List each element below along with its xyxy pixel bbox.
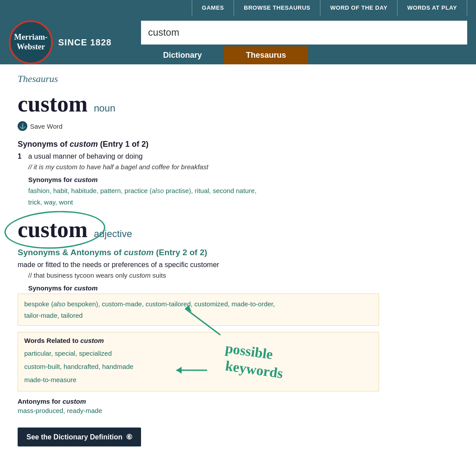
syn-tailored[interactable]: tailored xyxy=(61,312,82,319)
word-title-noun: custom xyxy=(18,91,88,117)
syn-tailor-made[interactable]: tailor-made xyxy=(24,312,57,319)
syn-habitude[interactable]: habitude xyxy=(71,187,97,194)
tab-thesaurus[interactable]: Thesaurus xyxy=(224,46,308,64)
syn-ritual[interactable]: ritual xyxy=(195,187,209,194)
syn-bespoken[interactable]: bespoken xyxy=(67,300,96,308)
bookmark-icon: ⚓ xyxy=(18,121,27,131)
related-label: Words Related to custom xyxy=(24,337,372,344)
syn-way[interactable]: way xyxy=(44,198,56,206)
entry2-synonyms-antonyms-heading: Synonyms & Antonyms of custom (Entry 2 o… xyxy=(18,248,379,257)
word-heading-adjective: custom adjective xyxy=(18,216,379,243)
related-words-box: Words Related to custom particular, spec… xyxy=(18,332,379,391)
ant-mass-produced[interactable]: mass-produced xyxy=(18,407,63,414)
ant-ready-made[interactable]: ready-made xyxy=(67,407,102,414)
def-text: a usual manner of behaving or doing xyxy=(28,152,143,160)
save-word-label: Save Word xyxy=(30,123,63,130)
syn-habit[interactable]: habit xyxy=(53,187,68,194)
logo-line2: Webster xyxy=(17,42,45,52)
entry1-example: // it is my custom to have half a bagel … xyxy=(28,163,379,171)
syn-second-nature[interactable]: second nature xyxy=(213,187,255,194)
logo: Merriam- Webster xyxy=(9,20,53,64)
top-navigation: GAMES BROWSE THESAURUS WORD OF THE DAY W… xyxy=(0,0,476,16)
oval-wrapper: custom xyxy=(18,216,88,242)
syn-bespoke[interactable]: bespoke xyxy=(24,300,49,308)
rel-particular[interactable]: particular xyxy=(24,350,51,357)
circle-arrow-icon: ⑥ xyxy=(126,433,132,441)
def-number: 1 xyxy=(18,152,24,160)
word-pos-noun: noun xyxy=(94,103,115,114)
rel-specialized[interactable]: specialized xyxy=(79,350,112,357)
syn-customized[interactable]: customized xyxy=(194,300,228,308)
header: Merriam- Webster SINCE 1828 Dictionary T… xyxy=(0,16,476,64)
rel-special[interactable]: special xyxy=(55,350,75,357)
syn-wont[interactable]: wont xyxy=(59,198,73,206)
syn-practice[interactable]: practice xyxy=(125,187,148,194)
since-text: SINCE 1828 xyxy=(58,37,112,48)
nav-words-at-play[interactable]: WORDS AT PLAY xyxy=(398,0,467,16)
see-dictionary-button[interactable]: See the Dictionary Definition ⑥ xyxy=(18,428,141,446)
nav-word-of-day[interactable]: WORD OF THE DAY xyxy=(320,0,398,16)
syn-custom-made[interactable]: custom-made xyxy=(102,300,142,308)
nav-links: GAMES BROWSE THESAURUS WORD OF THE DAY W… xyxy=(192,0,467,16)
entry1-synonyms-label: Synonyms for custom xyxy=(28,176,379,183)
related-group3: made-to-measure xyxy=(24,373,372,387)
nav-games[interactable]: GAMES xyxy=(192,0,234,16)
rel-made-to-measure[interactable]: made-to-measure xyxy=(24,376,76,383)
logo-area: Merriam- Webster SINCE 1828 xyxy=(9,20,132,64)
search-input[interactable] xyxy=(141,21,467,45)
syn-custom-tailored[interactable]: custom-tailored xyxy=(145,300,191,308)
syn-made-to-order[interactable]: made-to-order xyxy=(231,300,273,308)
word-title-adjective: custom xyxy=(18,217,88,242)
logo-line1: Merriam- xyxy=(14,33,48,42)
main-content: Thesaurus custom noun ⚓ Save Word Synony… xyxy=(0,64,397,460)
rel-custom-built[interactable]: custom-built xyxy=(24,363,60,370)
entry2-synonyms-label: Synonyms for custom xyxy=(28,284,379,292)
word-heading-noun: custom noun xyxy=(18,91,379,117)
entry2-synonyms-highlighted: bespoke (also bespoken), custom-made, cu… xyxy=(18,294,379,326)
syn-fashion[interactable]: fashion xyxy=(28,187,49,194)
syn-practise[interactable]: practise xyxy=(166,187,189,194)
word-pos-adjective: adjective xyxy=(94,228,132,240)
antonyms-section: Antonyms for custom mass-produced, ready… xyxy=(18,398,379,414)
rel-handcrafted[interactable]: handcrafted xyxy=(63,363,98,370)
search-tab-area: Dictionary Thesaurus xyxy=(141,21,467,64)
syn-pattern[interactable]: pattern xyxy=(100,187,121,194)
see-dictionary-label: See the Dictionary Definition xyxy=(26,433,123,441)
antonyms-list: mass-produced, ready-made xyxy=(18,407,379,414)
entry2-definition: made or fitted to the needs or preferenc… xyxy=(18,261,379,269)
thesaurus-label: Thesaurus xyxy=(18,73,379,85)
related-group2: custom-built, handcrafted, handmade xyxy=(24,360,372,373)
entry2-example: // that business tycoon wears only custo… xyxy=(28,271,379,279)
save-word-button[interactable]: ⚓ Save Word xyxy=(18,121,379,131)
related-list: particular, special, specialized custom-… xyxy=(24,347,372,387)
rel-handmade[interactable]: handmade xyxy=(102,363,134,370)
entry1-definition: 1 a usual manner of behaving or doing xyxy=(18,152,379,160)
syn-trick[interactable]: trick xyxy=(28,198,41,206)
entry1-synonyms-list: fashion, habit, habitude, pattern, pract… xyxy=(28,185,379,208)
related-group1: particular, special, specialized xyxy=(24,347,372,360)
tabs-row: Dictionary Thesaurus xyxy=(141,46,467,64)
entry1-synonyms-heading: Synonyms of custom (Entry 1 of 2) xyxy=(18,140,379,149)
tab-dictionary[interactable]: Dictionary xyxy=(141,46,224,64)
antonyms-label: Antonyms for custom xyxy=(18,398,379,405)
nav-browse-thesaurus[interactable]: BROWSE THESAURUS xyxy=(234,0,320,16)
